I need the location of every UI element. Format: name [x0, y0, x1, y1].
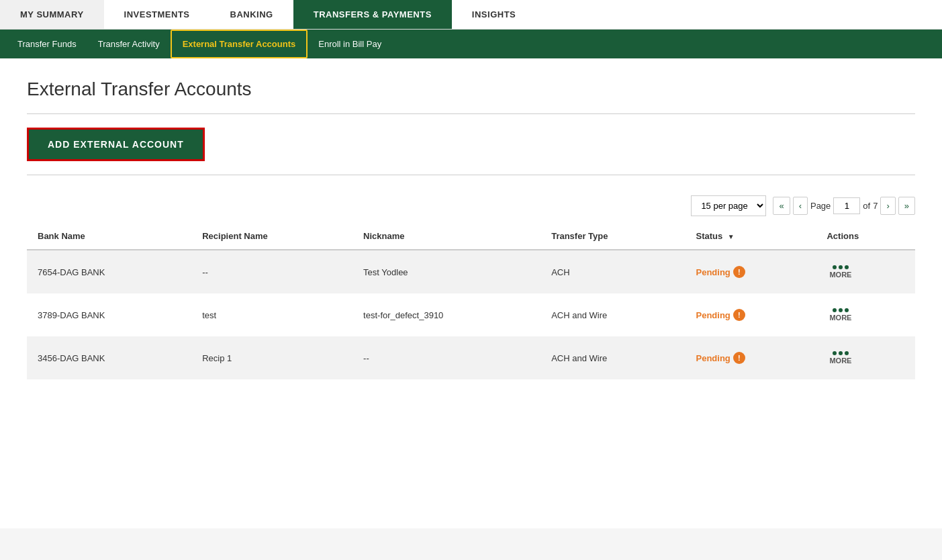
dot — [845, 265, 849, 269]
pagination-page-input[interactable] — [833, 197, 860, 214]
col-status[interactable]: Status ▼ — [686, 223, 816, 250]
dot — [833, 265, 837, 269]
col-nickname: Nickname — [352, 223, 540, 250]
more-dots — [833, 351, 849, 355]
cell-status: Pending ! — [686, 336, 816, 379]
pagination-prev[interactable]: ‹ — [793, 197, 808, 215]
pagination-bar: 5 per page 10 per page 15 per page 25 pe… — [27, 195, 915, 216]
add-button-wrapper: ADD EXTERNAL ACCOUNT — [27, 128, 915, 161]
cell-actions: MORE — [816, 336, 915, 379]
more-dots — [833, 265, 849, 269]
cell-bank-name: 3789-DAG BANK — [27, 293, 191, 336]
table-body: 7654-DAG BANK -- Test Yodlee ACH Pending… — [27, 250, 915, 379]
cell-bank-name: 3456-DAG BANK — [27, 336, 191, 379]
cell-transfer-type: ACH — [540, 250, 685, 293]
more-dots — [833, 308, 849, 312]
more-button-row1[interactable]: MORE — [827, 306, 854, 324]
dot — [833, 308, 837, 312]
pagination-first[interactable]: « — [773, 197, 790, 215]
col-bank-name: Bank Name — [27, 223, 191, 250]
col-recipient-name: Recipient Name — [191, 223, 352, 250]
top-navigation: MY SUMMARY INVESTMENTS BANKING TRANSFERS… — [0, 0, 942, 30]
table-row: 7654-DAG BANK -- Test Yodlee ACH Pending… — [27, 250, 915, 293]
cell-nickname: -- — [352, 336, 540, 379]
pagination-controls: « ‹ Page of 7 › » — [773, 197, 915, 215]
cell-transfer-type: ACH and Wire — [540, 336, 685, 379]
more-label: MORE — [829, 314, 851, 322]
divider-middle — [27, 175, 915, 175]
cell-status: Pending ! — [686, 250, 816, 293]
cell-nickname: test-for_defect_3910 — [352, 293, 540, 336]
status-sort-icon: ▼ — [728, 233, 735, 240]
cell-status: Pending ! — [686, 293, 816, 336]
nav-my-summary[interactable]: MY SUMMARY — [0, 0, 104, 29]
divider-top — [27, 113, 915, 114]
col-actions: Actions — [816, 223, 915, 250]
sub-navigation: Transfer Funds Transfer Activity Externa… — [0, 30, 942, 58]
dot — [839, 265, 843, 269]
more-button-row2[interactable]: MORE — [827, 348, 854, 367]
cell-actions: MORE — [816, 293, 915, 336]
cell-nickname: Test Yodlee — [352, 250, 540, 293]
more-button-row0[interactable]: MORE — [827, 263, 854, 281]
nav-investments[interactable]: INVESTMENTS — [104, 0, 210, 29]
status-pending: Pending ! — [696, 352, 806, 364]
pagination-next[interactable]: › — [880, 197, 895, 215]
status-pending: Pending ! — [696, 266, 806, 278]
pagination-total-pages: 7 — [873, 201, 878, 211]
cell-recipient-name: -- — [191, 250, 352, 293]
subnav-external-transfer-accounts[interactable]: External Transfer Accounts — [171, 30, 308, 58]
cell-recipient-name: Recip 1 — [191, 336, 352, 379]
status-warning-icon: ! — [733, 352, 745, 364]
pagination-page-label: Page — [810, 201, 831, 211]
status-warning-icon: ! — [733, 266, 745, 278]
per-page-select[interactable]: 5 per page 10 per page 15 per page 25 pe… — [691, 195, 766, 216]
dot — [845, 308, 849, 312]
page-title: External Transfer Accounts — [27, 79, 915, 100]
subnav-enroll-bill-pay[interactable]: Enroll in Bill Pay — [308, 31, 392, 57]
table-row: 3456-DAG BANK Recip 1 -- ACH and Wire Pe… — [27, 336, 915, 379]
dot — [845, 351, 849, 355]
table-row: 3789-DAG BANK test test-for_defect_3910 … — [27, 293, 915, 336]
add-external-account-button[interactable]: ADD EXTERNAL ACCOUNT — [27, 128, 205, 161]
more-label: MORE — [829, 271, 851, 279]
nav-insights[interactable]: INSIGHTS — [452, 0, 536, 29]
subnav-transfer-activity[interactable]: Transfer Activity — [87, 31, 171, 57]
subnav-transfer-funds[interactable]: Transfer Funds — [7, 31, 87, 57]
pagination-of-label: of — [863, 201, 870, 211]
dot — [839, 351, 843, 355]
nav-transfers-payments[interactable]: TRANSFERS & PAYMENTS — [293, 0, 452, 29]
table-header: Bank Name Recipient Name Nickname Transf… — [27, 223, 915, 250]
cell-transfer-type: ACH and Wire — [540, 293, 685, 336]
accounts-table: Bank Name Recipient Name Nickname Transf… — [27, 223, 915, 379]
pagination-last[interactable]: » — [898, 197, 915, 215]
dot — [839, 308, 843, 312]
cell-bank-name: 7654-DAG BANK — [27, 250, 191, 293]
dot — [833, 351, 837, 355]
main-content: External Transfer Accounts ADD EXTERNAL … — [0, 58, 942, 528]
cell-recipient-name: test — [191, 293, 352, 336]
col-transfer-type: Transfer Type — [540, 223, 685, 250]
status-warning-icon: ! — [733, 309, 745, 321]
more-label: MORE — [829, 357, 851, 365]
cell-actions: MORE — [816, 250, 915, 293]
status-pending: Pending ! — [696, 309, 806, 321]
nav-banking[interactable]: BANKING — [210, 0, 293, 29]
